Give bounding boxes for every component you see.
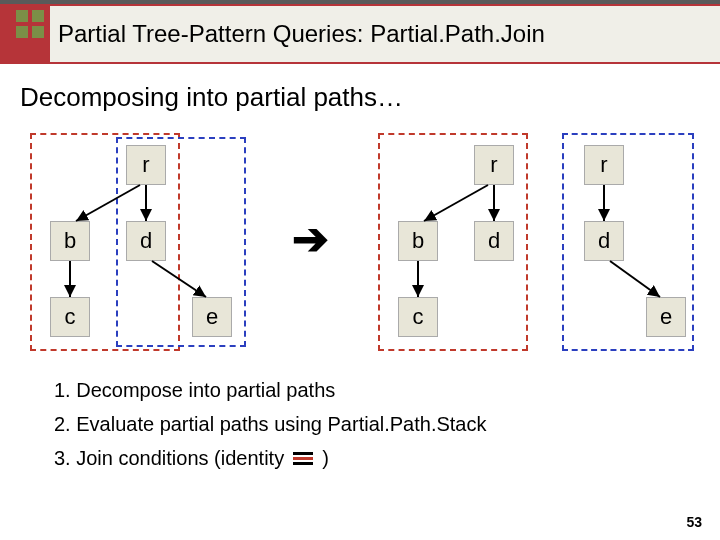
arrow-icon: ➔ [292, 213, 329, 264]
step-3-text-b: ) [322, 441, 329, 475]
slide-subtitle: Decomposing into partial paths… [20, 82, 720, 113]
node-c-red: c [398, 297, 438, 337]
diagram-stage: r b d c e ➔ r b d c r d e [20, 131, 700, 361]
node-b-red: b [398, 221, 438, 261]
identity-icon [293, 452, 313, 465]
step-1: 1. Decompose into partial paths [54, 373, 720, 407]
node-b-left: b [50, 221, 90, 261]
node-r-blue: r [584, 145, 624, 185]
node-r-red: r [474, 145, 514, 185]
step-3-text-a: 3. Join conditions (identity [54, 441, 284, 475]
svg-line-3 [152, 261, 206, 297]
node-d-red: d [474, 221, 514, 261]
step-2: 2. Evaluate partial paths using Partial.… [54, 407, 720, 441]
node-e-blue: e [646, 297, 686, 337]
node-r-left: r [126, 145, 166, 185]
node-e-left: e [192, 297, 232, 337]
page-number: 53 [686, 514, 702, 530]
steps-list: 1. Decompose into partial paths 2. Evalu… [54, 373, 720, 475]
node-c-left: c [50, 297, 90, 337]
node-d-left: d [126, 221, 166, 261]
svg-line-0 [76, 185, 140, 221]
node-d-blue: d [584, 221, 624, 261]
step-3: 3. Join conditions (identity ) [54, 441, 720, 475]
svg-line-8 [610, 261, 660, 297]
svg-line-4 [424, 185, 488, 221]
slide-title: Partial Tree-Pattern Queries: Partial.Pa… [50, 6, 720, 62]
title-bar: Partial Tree-Pattern Queries: Partial.Pa… [0, 0, 720, 64]
